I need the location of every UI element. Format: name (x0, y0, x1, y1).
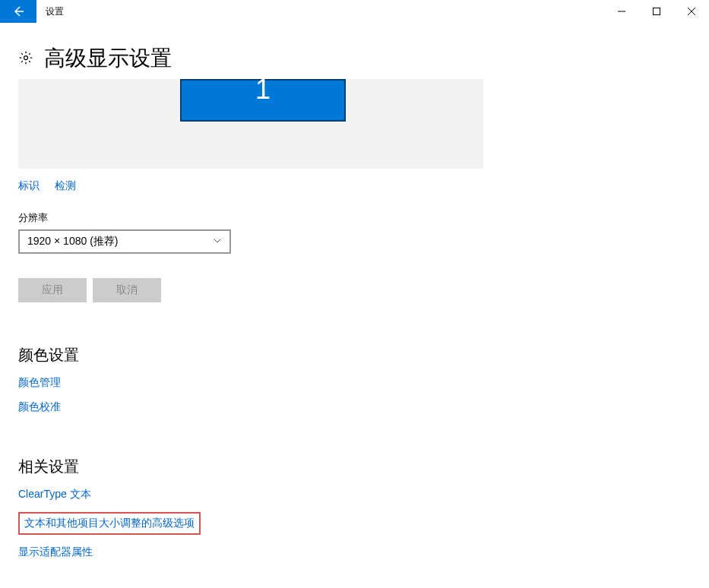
monitor-label: 1 (255, 74, 271, 106)
related-settings-heading: 相关设置 (18, 457, 691, 477)
display-actions: 标识 检测 (18, 179, 691, 193)
apply-button[interactable]: 应用 (18, 278, 87, 302)
monitor-1[interactable]: 1 (180, 79, 346, 122)
content-area: 高级显示设置 1 标识 检测 分辨率 1920 × 1080 (推荐) 应用 取… (0, 44, 709, 559)
page-header: 高级显示设置 (18, 44, 691, 73)
cleartype-link[interactable]: ClearType 文本 (18, 488, 91, 501)
titlebar: 设置 (0, 0, 709, 23)
resolution-dropdown[interactable]: 1920 × 1080 (推荐) (18, 229, 231, 254)
maximize-icon (653, 8, 660, 15)
advanced-sizing-link[interactable]: 文本和其他项目大小调整的高级选项 (24, 517, 195, 530)
close-button[interactable] (674, 0, 709, 23)
adapter-properties-link[interactable]: 显示适配器属性 (18, 545, 93, 559)
chevron-down-icon (213, 236, 222, 248)
gear-icon (18, 50, 33, 68)
window-controls (604, 0, 709, 23)
maximize-button[interactable] (639, 0, 674, 23)
display-preview: 1 (18, 79, 483, 169)
detect-link[interactable]: 检测 (55, 179, 76, 191)
page-title: 高级显示设置 (44, 44, 172, 73)
arrow-left-icon (12, 5, 24, 17)
color-settings-heading: 颜色设置 (18, 345, 691, 365)
cancel-button[interactable]: 取消 (93, 278, 161, 302)
close-icon (688, 8, 695, 15)
identify-link[interactable]: 标识 (18, 179, 40, 191)
advanced-sizing-highlight: 文本和其他项目大小调整的高级选项 (18, 512, 201, 535)
color-calibration-link[interactable]: 颜色校准 (18, 400, 61, 414)
minimize-button[interactable] (604, 0, 639, 23)
resolution-label: 分辨率 (18, 211, 691, 225)
svg-rect-1 (654, 8, 660, 15)
minimize-icon (618, 8, 625, 15)
color-management-link[interactable]: 颜色管理 (18, 376, 61, 390)
button-row: 应用 取消 (18, 278, 691, 302)
window-title: 设置 (46, 5, 64, 18)
svg-point-4 (24, 55, 28, 59)
back-button[interactable] (0, 0, 36, 23)
resolution-selected: 1920 × 1080 (推荐) (27, 235, 118, 248)
